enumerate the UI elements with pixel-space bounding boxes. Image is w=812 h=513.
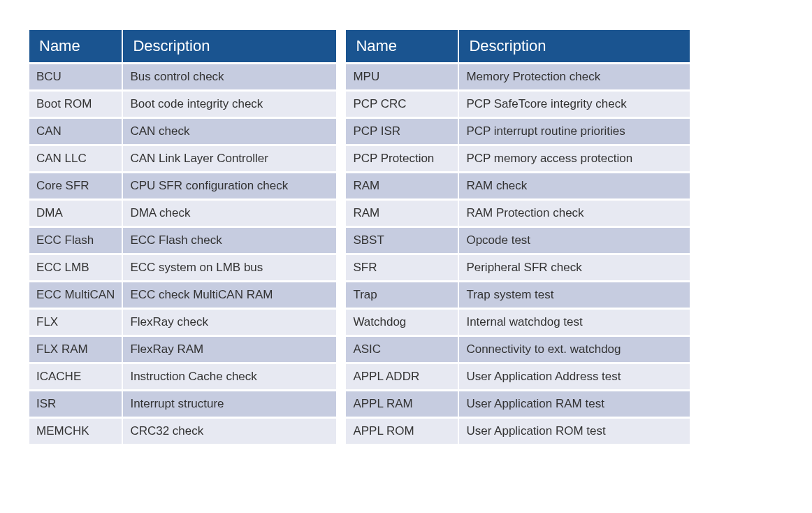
cell-description: Boot code integrity check: [123, 92, 336, 117]
cell-name: FLX RAM: [29, 337, 122, 362]
table-row: SFRPeripheral SFR check: [346, 255, 690, 280]
header-name: Name: [346, 30, 458, 62]
table-row: PCP ISRPCP interrupt routine priorities: [346, 119, 690, 144]
cell-name: RAM: [346, 173, 458, 198]
table-row: APPL RAMUser Application RAM test: [346, 391, 690, 417]
cell-description: Opcode test: [459, 228, 690, 253]
cell-description: User Application RAM test: [459, 391, 690, 417]
table-row: DMADMA check: [29, 201, 336, 226]
cell-name: RAM: [346, 201, 458, 226]
table-row: ECC LMBECC system on LMB bus: [29, 255, 336, 280]
table-row: ECC MultiCANECC check MultiCAN RAM: [29, 282, 336, 308]
cell-description: User Application Address test: [459, 364, 690, 389]
cell-description: Peripheral SFR check: [459, 255, 690, 280]
cell-description: DMA check: [123, 201, 336, 226]
cell-name: PCP CRC: [346, 92, 458, 117]
table-row: Core SFRCPU SFR configuration check: [29, 173, 336, 198]
cell-name: ECC Flash: [29, 228, 122, 253]
cell-name: BCU: [29, 64, 122, 89]
cell-description: PCP interrupt routine priorities: [459, 119, 690, 144]
tables-container: Name Description BCUBus control checkBoo…: [28, 28, 784, 446]
cell-name: Trap: [346, 282, 458, 308]
cell-description: Trap system test: [459, 282, 690, 308]
table-header-row: Name Description: [346, 30, 690, 62]
cell-description: User Application ROM test: [459, 419, 690, 444]
table-row: RAMRAM Protection check: [346, 201, 690, 226]
cell-description: FlexRay RAM: [123, 337, 336, 362]
cell-description: Connectivity to ext. watchdog: [459, 337, 690, 362]
right-table: Name Description MPUMemory Protection ch…: [345, 28, 691, 446]
table-row: BCUBus control check: [29, 64, 336, 89]
cell-name: ASIC: [346, 337, 458, 362]
cell-description: Bus control check: [123, 64, 336, 89]
table-row: MEMCHKCRC32 check: [29, 419, 336, 444]
cell-name: ECC MultiCAN: [29, 282, 122, 308]
table-row: PCP CRCPCP SafeTcore integrity check: [346, 92, 690, 117]
cell-description: Memory Protection check: [459, 64, 690, 89]
table-row: APPL ROMUser Application ROM test: [346, 419, 690, 444]
table-row: MPUMemory Protection check: [346, 64, 690, 89]
table-row: SBSTOpcode test: [346, 228, 690, 253]
cell-name: Core SFR: [29, 173, 122, 198]
cell-description: CAN Link Layer Controller: [123, 146, 336, 171]
cell-name: Watchdog: [346, 310, 458, 335]
cell-name: CAN: [29, 119, 122, 144]
cell-name: ECC LMB: [29, 255, 122, 280]
left-table: Name Description BCUBus control checkBoo…: [28, 28, 338, 446]
table-row: CAN LLCCAN Link Layer Controller: [29, 146, 336, 171]
table-row: APPL ADDRUser Application Address test: [346, 364, 690, 389]
cell-name: APPL ADDR: [346, 364, 458, 389]
cell-description: RAM check: [459, 173, 690, 198]
cell-name: ISR: [29, 391, 122, 417]
cell-description: CPU SFR configuration check: [123, 173, 336, 198]
cell-description: ECC check MultiCAN RAM: [123, 282, 336, 308]
table-row: PCP ProtectionPCP memory access protecti…: [346, 146, 690, 171]
table-row: Boot ROMBoot code integrity check: [29, 92, 336, 117]
cell-description: RAM Protection check: [459, 201, 690, 226]
table-row: CANCAN check: [29, 119, 336, 144]
cell-name: Boot ROM: [29, 92, 122, 117]
cell-name: SBST: [346, 228, 458, 253]
cell-name: PCP Protection: [346, 146, 458, 171]
cell-name: ICACHE: [29, 364, 122, 389]
cell-name: SFR: [346, 255, 458, 280]
left-table-body: BCUBus control checkBoot ROMBoot code in…: [29, 64, 336, 444]
cell-name: DMA: [29, 201, 122, 226]
table-row: FLX RAMFlexRay RAM: [29, 337, 336, 362]
right-table-body: MPUMemory Protection checkPCP CRCPCP Saf…: [346, 64, 690, 444]
cell-name: CAN LLC: [29, 146, 122, 171]
header-name: Name: [29, 30, 122, 62]
cell-description: CRC32 check: [123, 419, 336, 444]
table-row: ECC FlashECC Flash check: [29, 228, 336, 253]
cell-description: PCP SafeTcore integrity check: [459, 92, 690, 117]
table-row: WatchdogInternal watchdog test: [346, 310, 690, 335]
table-row: ASICConnectivity to ext. watchdog: [346, 337, 690, 362]
cell-description: FlexRay check: [123, 310, 336, 335]
cell-name: MPU: [346, 64, 458, 89]
cell-name: MEMCHK: [29, 419, 122, 444]
table-row: FLXFlexRay check: [29, 310, 336, 335]
table-row: RAMRAM check: [346, 173, 690, 198]
table-row: TrapTrap system test: [346, 282, 690, 308]
cell-description: Instruction Cache check: [123, 364, 336, 389]
table-row: ISRInterrupt structure: [29, 391, 336, 417]
table-row: ICACHEInstruction Cache check: [29, 364, 336, 389]
header-description: Description: [123, 30, 336, 62]
cell-description: PCP memory access protection: [459, 146, 690, 171]
cell-description: Interrupt structure: [123, 391, 336, 417]
cell-description: CAN check: [123, 119, 336, 144]
table-header-row: Name Description: [29, 30, 336, 62]
cell-description: Internal watchdog test: [459, 310, 690, 335]
cell-description: ECC Flash check: [123, 228, 336, 253]
cell-name: APPL ROM: [346, 419, 458, 444]
cell-name: APPL RAM: [346, 391, 458, 417]
cell-name: FLX: [29, 310, 122, 335]
cell-description: ECC system on LMB bus: [123, 255, 336, 280]
cell-name: PCP ISR: [346, 119, 458, 144]
header-description: Description: [459, 30, 690, 62]
